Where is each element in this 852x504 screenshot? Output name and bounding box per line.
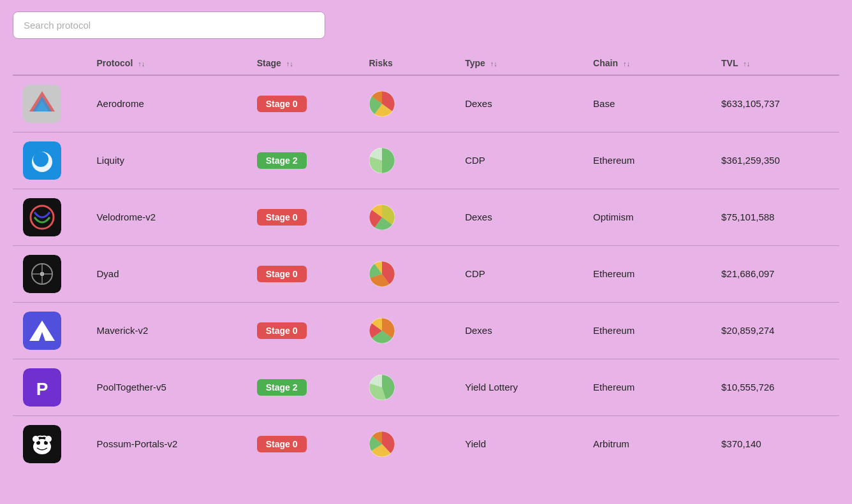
type-cell: CDP	[455, 133, 583, 189]
type-cell: Yield	[455, 416, 583, 473]
col-tvl-header[interactable]: TVL ↑↓	[711, 52, 839, 75]
tvl-cell: $633,105,737	[711, 75, 839, 133]
chain-value: Arbitrum	[593, 438, 629, 449]
table-body: Aerodrome Stage 0 Dexes Base $633,105,73…	[13, 75, 839, 472]
tvl-value: $370,140	[721, 438, 761, 449]
col-risks-header: Risks	[359, 52, 455, 75]
chain-value: Ethereum	[593, 155, 635, 166]
protocol-name: Dyad	[97, 268, 119, 279]
chain-value: Base	[593, 98, 615, 109]
stage-cell: Stage 0	[247, 416, 359, 473]
protocol-logo-cell	[13, 303, 87, 359]
type-value: Dexes	[465, 98, 492, 109]
risk-pie-chart	[369, 431, 395, 457]
tvl-cell: $370,140	[711, 416, 839, 473]
tvl-cell: $361,259,350	[711, 133, 839, 189]
protocol-logo	[23, 198, 61, 236]
svg-point-26	[45, 436, 52, 442]
type-value: CDP	[465, 155, 485, 166]
tvl-cell: $20,859,274	[711, 303, 839, 359]
type-value: Dexes	[465, 212, 492, 222]
stage-cell: Stage 0	[247, 246, 359, 303]
chain-cell: Ethereum	[583, 359, 711, 416]
risk-pie-chart	[369, 148, 395, 173]
svg-text:P: P	[36, 379, 48, 399]
table-row[interactable]: Velodrome-v2 Stage 0 Dexes Optimism $75,…	[13, 189, 839, 246]
col-type-header[interactable]: Type ↑↓	[455, 52, 583, 75]
chain-cell: Ethereum	[583, 133, 711, 189]
stage-badge: Stage 0	[257, 266, 307, 282]
stage-cell: Stage 0	[247, 303, 359, 359]
risks-cell	[359, 75, 455, 133]
tvl-value: $21,686,097	[721, 268, 774, 279]
risk-pie-chart	[369, 318, 395, 343]
svg-point-4	[33, 152, 48, 167]
type-cell: Dexes	[455, 303, 583, 359]
protocol-name-cell: Velodrome-v2	[87, 189, 247, 246]
protocol-logo-cell	[13, 246, 87, 303]
stage-badge: Stage 0	[257, 322, 307, 339]
risks-cell	[359, 303, 455, 359]
stage-sort-icon: ↑↓	[286, 60, 293, 68]
type-cell: CDP	[455, 246, 583, 303]
risks-cell	[359, 246, 455, 303]
stage-badge: Stage 0	[257, 209, 307, 226]
protocols-table: Protocol ↑↓ Stage ↑↓ Risks Type ↑↓ Chain…	[13, 52, 839, 472]
tvl-cell: $75,101,588	[711, 189, 839, 246]
risk-pie-chart	[369, 261, 395, 287]
chain-value: Ethereum	[593, 382, 635, 392]
protocol-logo: P	[23, 368, 61, 407]
protocol-logo	[23, 255, 61, 293]
chain-cell: Optimism	[583, 189, 711, 246]
type-cell: Yield Lottery	[455, 359, 583, 416]
type-value: Yield	[465, 438, 486, 449]
chain-cell: Ethereum	[583, 303, 711, 359]
type-value: Dexes	[465, 325, 492, 336]
col-protocol-header[interactable]: Protocol ↑↓	[87, 52, 247, 75]
chain-value: Ethereum	[593, 268, 635, 279]
protocol-name-cell: Aerodrome	[87, 75, 247, 133]
col-logo-header	[13, 52, 87, 75]
table-row[interactable]: Possum-Portals-v2 Stage 0 Yield Arbitrum…	[13, 416, 839, 473]
risks-cell	[359, 133, 455, 189]
protocol-logo-cell	[13, 133, 87, 189]
chain-cell: Base	[583, 75, 711, 133]
protocol-name: Aerodrome	[97, 98, 144, 109]
type-cell: Dexes	[455, 189, 583, 246]
chain-value: Optimism	[593, 212, 633, 222]
stage-badge: Stage 0	[257, 96, 307, 112]
chain-cell: Ethereum	[583, 246, 711, 303]
stage-badge: Stage 2	[257, 152, 307, 169]
stage-cell: Stage 2	[247, 133, 359, 189]
protocol-logo	[23, 141, 61, 180]
protocol-logo	[23, 312, 61, 350]
protocol-name-cell: Liquity	[87, 133, 247, 189]
tvl-value: $75,101,588	[721, 212, 774, 222]
tvl-value: $10,555,726	[721, 382, 774, 392]
protocol-logo-cell: P	[13, 359, 87, 416]
col-chain-header[interactable]: Chain ↑↓	[583, 52, 711, 75]
table-row[interactable]: Liquity Stage 2 CDP Ethereum $361,259,35…	[13, 133, 839, 189]
risks-cell	[359, 359, 455, 416]
search-container	[13, 6, 839, 39]
risk-pie-chart	[369, 205, 395, 230]
protocol-sort-icon: ↑↓	[138, 60, 145, 68]
risks-cell	[359, 189, 455, 246]
chain-sort-icon: ↑↓	[623, 60, 630, 68]
table-row[interactable]: Maverick-v2 Stage 0 Dexes Ethereum $20,8…	[13, 303, 839, 359]
type-value: Yield Lottery	[465, 382, 518, 392]
protocol-name-cell: Possum-Portals-v2	[87, 416, 247, 473]
protocol-name: Liquity	[97, 155, 124, 166]
protocol-name: Velodrome-v2	[97, 212, 156, 222]
col-stage-header[interactable]: Stage ↑↓	[247, 52, 359, 75]
table-row[interactable]: Aerodrome Stage 0 Dexes Base $633,105,73…	[13, 75, 839, 133]
risk-pie-chart	[369, 91, 395, 117]
search-input[interactable]	[13, 11, 325, 39]
tvl-value: $633,105,737	[721, 98, 780, 109]
stage-cell: Stage 0	[247, 189, 359, 246]
stage-badge: Stage 0	[257, 436, 307, 452]
type-cell: Dexes	[455, 75, 583, 133]
table-row[interactable]: P PoolTogether-v5 Stage 2 Yield Lottery …	[13, 359, 839, 416]
tvl-value: $361,259,350	[721, 155, 780, 166]
table-row[interactable]: Dyad Stage 0 CDP Ethereum $21,686,097	[13, 246, 839, 303]
